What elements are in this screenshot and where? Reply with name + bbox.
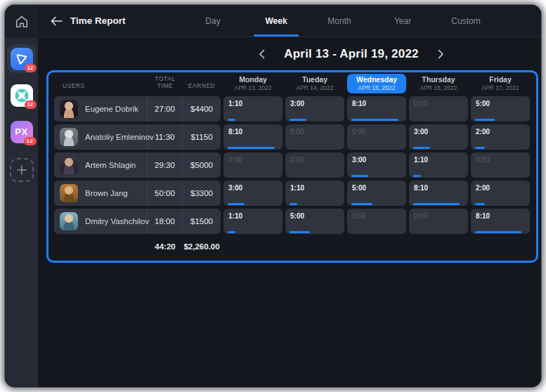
sidebar-app-triangle-app[interactable]: 12 (7, 44, 36, 73)
time-cell[interactable]: 2:00 (471, 124, 530, 150)
time-value: 0:00 (352, 212, 401, 220)
time-cell[interactable]: 2:00 (471, 181, 530, 206)
notification-badge: 12 (24, 137, 37, 145)
earned-column-header: EARNED (183, 82, 221, 89)
user-earned: $5000 (183, 152, 221, 178)
chevron-right-icon (438, 49, 444, 59)
day-header-monday[interactable]: MondayAPR 13, 2022 (223, 74, 282, 93)
user-row[interactable]: Eugene Dobrik27:00$4400 (54, 96, 221, 122)
table-footer: 44:20$2,260.00 (54, 237, 221, 256)
time-cell[interactable]: 3:00 (223, 181, 282, 206)
chevron-left-icon (259, 49, 265, 59)
back-button[interactable] (48, 13, 65, 30)
time-value: 0:00 (476, 156, 525, 164)
add-app-button[interactable] (10, 158, 34, 182)
date-navigation: April 13 - April 19, 2022 (254, 47, 448, 61)
time-value: 2:00 (476, 184, 525, 192)
user-info-zone: Eugene Dobrik (54, 96, 148, 122)
day-header-friday[interactable]: FridayAPR 17, 2022 (471, 74, 530, 93)
app-window: 1212PX12 Time Report DayWeekMonthYearCus… (5, 5, 541, 387)
time-cell[interactable]: 1:10 (409, 152, 468, 178)
user-row[interactable]: Brown Jang50:00$3300 (54, 181, 221, 206)
app-label: PX (15, 126, 27, 137)
time-cell[interactable]: 5:00 (347, 181, 406, 206)
time-cell[interactable]: 0:00 (347, 124, 406, 150)
notification-badge: 12 (25, 100, 37, 109)
users-column-header: USERS (54, 82, 148, 89)
time-cell[interactable]: 0:00 (285, 124, 344, 150)
time-cell[interactable]: 8:10 (409, 181, 468, 206)
day-header-thursday[interactable]: ThursdayAPR 16, 2022 (409, 74, 468, 93)
user-row[interactable]: Dmitry Vashchilov18:00$1500 (54, 209, 221, 234)
time-cell[interactable]: 8:10 (471, 209, 530, 234)
top-bar: Time Report DayWeekMonthYearCustom (38, 5, 541, 37)
date-range-label: April 13 - April 19, 2022 (284, 47, 418, 61)
progress-bar (228, 203, 245, 205)
time-value: 0:00 (290, 128, 339, 136)
day-header-wednesday[interactable]: WednesdayAPR 15, 2022 (347, 74, 406, 93)
time-cell[interactable]: 0:00 (409, 96, 468, 122)
time-value: 8:10 (352, 100, 401, 107)
report-grid: USERS TOTAL TIME EARNED MondayAPR 13, 20… (54, 74, 531, 256)
avatar (60, 100, 78, 118)
time-cell[interactable]: 8:10 (347, 96, 406, 122)
user-row[interactable]: Anatoliy Emleninov11:30$1150 (54, 124, 221, 150)
next-week-button[interactable] (434, 47, 448, 61)
user-row[interactable]: Artem Shlagin29:30$5000 (54, 152, 221, 178)
time-value: 0:00 (290, 156, 339, 164)
time-cell[interactable]: 3:00 (409, 124, 468, 150)
day-name: Thursday (409, 75, 468, 84)
time-cell[interactable]: 1:10 (223, 209, 282, 234)
plus-icon (16, 164, 27, 176)
progress-bar (475, 119, 495, 121)
time-value: 2:00 (476, 128, 525, 136)
day-date: APR 16, 2022 (409, 84, 468, 91)
circle-x-app-icon: 12 (11, 84, 33, 107)
time-value: 0:00 (228, 156, 278, 164)
time-value: 0:00 (414, 100, 463, 107)
time-cell[interactable]: 3:00 (347, 152, 406, 178)
user-earned: $1500 (183, 209, 221, 234)
time-cell[interactable]: 0:00 (223, 152, 282, 178)
tab-day[interactable]: Day (181, 5, 245, 37)
tab-custom[interactable]: Custom (434, 5, 498, 37)
time-value: 3:00 (290, 100, 339, 107)
user-total-time: 29:30 (148, 152, 183, 178)
progress-bar (351, 175, 368, 177)
sidebar-app-circle-x-app[interactable]: 12 (7, 81, 36, 110)
time-cell[interactable]: 5:00 (471, 96, 530, 122)
time-cell[interactable]: 0:00 (285, 152, 344, 178)
time-cell[interactable]: 3:00 (285, 96, 344, 122)
prev-week-button[interactable] (254, 47, 268, 61)
progress-bar (351, 203, 372, 205)
home-button[interactable] (11, 11, 32, 32)
time-cell[interactable]: 0:00 (471, 152, 530, 178)
user-info-zone: Anatoliy Emleninov (54, 124, 148, 150)
main-area: Time Report DayWeekMonthYearCustom April… (38, 5, 541, 387)
period-tabs: DayWeekMonthYearCustom (181, 5, 498, 37)
avatar (60, 184, 78, 202)
day-header-tueday[interactable]: TuedayAPR 14, 2022 (285, 74, 344, 93)
tab-year[interactable]: Year (371, 5, 434, 37)
user-info-zone: Dmitry Vashchilov (54, 209, 148, 234)
user-earned: $4400 (183, 96, 221, 122)
user-total-time: 27:00 (148, 96, 183, 122)
user-total-time: 18:00 (148, 209, 183, 234)
user-name: Artem Shlagin (85, 161, 136, 169)
footer-earned: $2,260.00 (183, 242, 221, 251)
time-cell[interactable]: 1:10 (223, 96, 282, 122)
time-cell[interactable]: 8:10 (223, 124, 282, 150)
sidebar-app-px-app[interactable]: PX12 (7, 117, 36, 146)
time-cell[interactable]: 0:00 (347, 209, 406, 234)
time-value: 3:00 (228, 184, 278, 192)
time-cell[interactable]: 1:10 (285, 181, 344, 206)
user-earned: $1150 (183, 124, 221, 150)
tab-month[interactable]: Month (308, 5, 371, 37)
tab-week[interactable]: Week (245, 5, 308, 37)
table-header-left: USERS TOTAL TIME EARNED (54, 74, 221, 92)
avatar (60, 212, 78, 230)
time-cell[interactable]: 0:00 (409, 209, 468, 234)
notification-badge: 12 (25, 64, 37, 72)
day-date: APR 13, 2022 (223, 84, 282, 91)
time-cell[interactable]: 5:00 (285, 209, 344, 234)
